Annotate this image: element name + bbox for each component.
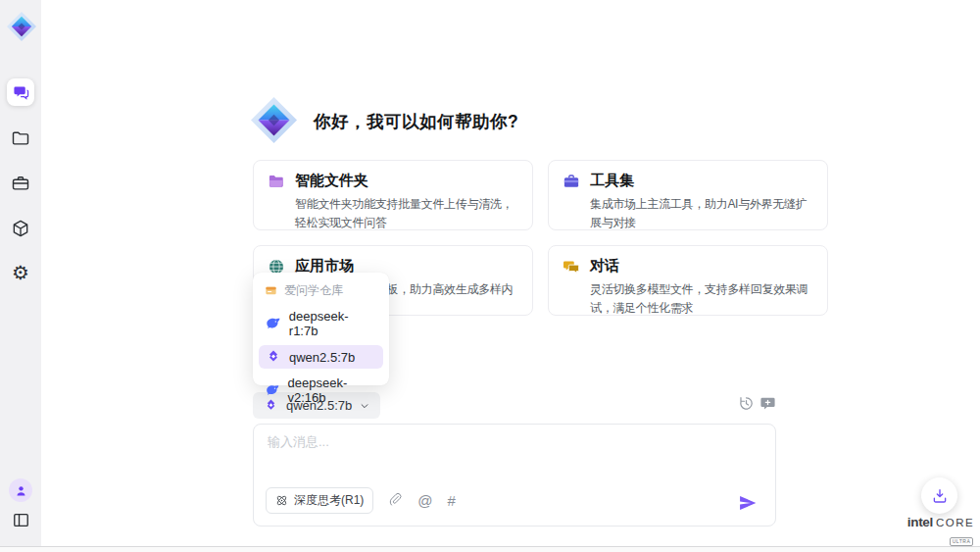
card-smart-folder[interactable]: 智能文件夹 智能文件夹功能支持批量文件上传与清洗，轻松实现文件问答 [253, 160, 533, 230]
diamond-logo-icon [7, 12, 36, 41]
intel-core-badge: intel CORE ULTRA [903, 515, 979, 547]
qwen-icon [266, 349, 281, 365]
message-composer: 深度思考(R1) @ # [253, 424, 776, 527]
deep-think-toggle[interactable]: 深度思考(R1) [266, 487, 373, 514]
intel-ultra-badge: ULTRA [950, 537, 974, 546]
model-option-qwen[interactable]: qwen2.5:7b [259, 345, 383, 369]
briefcase-indigo-icon [563, 173, 580, 190]
paperclip-icon [388, 492, 403, 507]
new-chat-button[interactable] [760, 395, 776, 412]
history-button[interactable] [738, 395, 755, 412]
chat-bubbles-gold-icon [563, 258, 580, 276]
sidebar-item-account[interactable] [9, 478, 32, 502]
folder-icon [11, 128, 30, 148]
model-group-label: 爱问学仓库 [253, 277, 389, 302]
download-fab[interactable] [921, 477, 957, 514]
composer-toolbar: 深度思考(R1) @ # [266, 487, 456, 514]
user-icon [15, 484, 27, 497]
deepseek-whale-icon [266, 316, 281, 331]
download-icon [931, 487, 949, 505]
repository-badge-icon [265, 284, 277, 297]
model-group-label-text: 爱问学仓库 [284, 282, 343, 299]
sidebar-item-folders[interactable] [11, 128, 30, 148]
hashtag-button[interactable]: # [448, 492, 456, 509]
model-option-deepseek-v2[interactable]: deepseek-v2:16b [259, 372, 383, 409]
model-option-label: deepseek-r1:7b [289, 309, 376, 338]
send-button[interactable] [738, 493, 758, 513]
intel-name: intel [907, 515, 933, 529]
intel-product: CORE [936, 517, 974, 528]
mention-button[interactable]: @ [417, 492, 432, 509]
card-description: 集成市场上主流工具，助力AI与外界无缝扩展与对接 [590, 195, 813, 231]
folder-purple-icon [268, 173, 285, 190]
model-option-label: deepseek-v2:16b [288, 376, 376, 405]
diamond-logo-icon [251, 97, 297, 143]
chat-icon [13, 84, 29, 101]
send-plane-icon [738, 493, 758, 513]
deepseek-whale-icon [266, 382, 280, 398]
window-bottom-strip [0, 547, 980, 552]
greeting-logo [251, 97, 297, 143]
card-toolset[interactable]: 工具集 集成市场上主流工具，助力AI与外界无缝扩展与对接 [548, 160, 828, 230]
atom-icon [275, 494, 288, 507]
gear-icon: ⚙ [12, 262, 29, 283]
card-title: 智能文件夹 [295, 172, 368, 190]
greeting-title: 你好，我可以如何帮助你? [314, 110, 518, 133]
sidebar: ⚙ [0, 0, 41, 546]
sidebar-item-chat[interactable] [7, 78, 34, 106]
sidebar-collapse-button[interactable] [11, 510, 30, 529]
card-description: 智能文件夹功能支持批量文件上传与清洗，轻松实现文件问答 [295, 195, 518, 231]
new-chat-icon [760, 395, 776, 412]
deep-think-label: 深度思考(R1) [294, 492, 364, 509]
attach-button[interactable] [388, 492, 403, 510]
card-conversation[interactable]: 对话 灵活切换多模型文件，支持多样回复效果调试，满足个性化需求 [548, 245, 828, 316]
sidebar-item-models[interactable] [11, 219, 30, 238]
cube-icon [11, 219, 30, 238]
briefcase-icon [11, 174, 30, 193]
model-option-label: qwen2.5:7b [289, 350, 355, 365]
model-dropdown-menu: 爱问学仓库 deepseek-r1:7b qwen2.5:7b deepseek… [253, 273, 389, 385]
history-icon [738, 395, 755, 412]
card-title: 对话 [590, 257, 619, 276]
panel-layout-icon [12, 511, 30, 529]
message-input[interactable] [268, 433, 758, 475]
sidebar-item-toolbox[interactable] [11, 174, 30, 193]
card-title: 工具集 [590, 172, 634, 190]
model-option-deepseek-r1[interactable]: deepseek-r1:7b [259, 305, 383, 342]
sidebar-item-settings[interactable]: ⚙ [10, 262, 31, 283]
card-description: 灵活切换多模型文件，支持多样回复效果调试，满足个性化需求 [590, 280, 813, 317]
app-logo [7, 12, 36, 41]
